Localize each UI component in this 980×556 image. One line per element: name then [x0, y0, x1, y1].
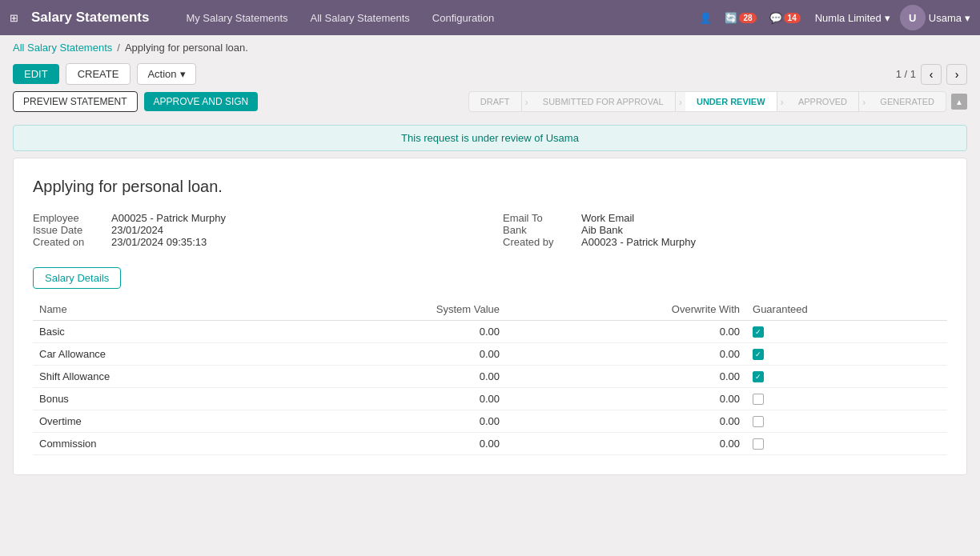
action-label: Action — [147, 68, 176, 80]
form-row-employee: Employee A00025 - Patrick Murphy — [33, 212, 477, 224]
employee-value: A00025 - Patrick Murphy — [111, 212, 226, 224]
pipeline-steps: DRAFT › SUBMITTED FOR APPROVAL › UNDER R… — [264, 91, 967, 112]
table-row: Bonus 0.00 0.00 — [33, 388, 947, 410]
guaranteed-checkbox-checked[interactable]: ✓ — [753, 326, 764, 338]
bank-label: Bank — [503, 224, 575, 236]
messages-btn[interactable]: 💬 14 — [765, 9, 805, 27]
company-chevron: ▾ — [885, 12, 890, 24]
table-header: Name System Value Overwrite With Guarant… — [33, 298, 947, 321]
cell-name: Shift Allowance — [33, 366, 280, 388]
salary-details-tab[interactable]: Salary Details — [33, 267, 121, 289]
grid-icon[interactable]: ⊞ — [10, 12, 18, 24]
issue-date-label: Issue Date — [33, 224, 105, 236]
document-form: Employee A00025 - Patrick Murphy Issue D… — [33, 212, 947, 248]
pagination-prev[interactable]: ‹ — [921, 64, 942, 85]
user-icon-btn[interactable]: 👤 — [694, 9, 717, 27]
review-banner: This request is under review of Usama — [13, 125, 967, 151]
salary-table: Name System Value Overwrite With Guarant… — [33, 298, 947, 455]
pagination: 1 / 1 ‹ › — [896, 64, 967, 85]
nav-right: 👤 🔄 28 💬 14 Numla Limited ▾ U Usama ▾ — [694, 5, 970, 30]
cell-overwrite: 0.00 — [506, 388, 746, 410]
action-button[interactable]: Action ▾ — [137, 63, 195, 85]
nav-all-salary[interactable]: All Salary Statements — [299, 0, 421, 35]
actions-pipeline-row: PREVIEW STATEMENT APPROVE AND SIGN DRAFT… — [0, 91, 980, 118]
top-nav-links: My Salary Statements All Salary Statemen… — [175, 0, 688, 35]
cell-name: Overtime — [33, 410, 280, 433]
preview-statement-button[interactable]: PREVIEW STATEMENT — [13, 91, 138, 112]
create-button[interactable]: CREATE — [66, 63, 131, 85]
nav-config[interactable]: Configuration — [421, 0, 505, 35]
guaranteed-checkbox-checked[interactable]: ✓ — [753, 371, 764, 382]
cell-guaranteed — [746, 410, 947, 433]
action-chevron: ▾ — [180, 68, 186, 80]
cell-guaranteed — [746, 388, 947, 410]
cell-guaranteed — [746, 433, 947, 455]
nav-my-salary[interactable]: My Salary Statements — [175, 0, 299, 35]
activity-btn[interactable]: 🔄 28 — [720, 9, 761, 27]
avatar-initial: U — [909, 12, 916, 24]
cell-name: Car Allowance — [33, 343, 280, 366]
table-row: Commission 0.00 0.00 — [33, 433, 947, 455]
cell-system-value: 0.00 — [280, 388, 506, 410]
created-on-label: Created on — [33, 236, 105, 248]
pagination-next[interactable]: › — [946, 64, 967, 85]
main-content: Applying for personal loan. Employee A00… — [13, 158, 967, 475]
email-to-value: Work Email — [581, 212, 634, 224]
form-row-created-on: Created on 23/01/2024 09:35:13 — [33, 236, 477, 248]
step-draft[interactable]: DRAFT — [469, 92, 522, 111]
cell-overwrite: 0.00 — [506, 321, 746, 343]
guaranteed-checkbox-unchecked[interactable] — [753, 394, 764, 405]
pipeline-container: DRAFT › SUBMITTED FOR APPROVAL › UNDER R… — [468, 91, 946, 112]
cell-system-value: 0.00 — [280, 321, 506, 343]
activity-badge: 28 — [739, 13, 756, 23]
salary-details-section: Salary Details Name System Value Overwri… — [33, 267, 947, 455]
user-name[interactable]: Usama — [929, 12, 962, 24]
guaranteed-checkbox-checked[interactable]: ✓ — [753, 349, 764, 360]
step-arrow-2: › — [676, 96, 685, 108]
collapse-icon: ▲ — [955, 98, 963, 106]
step-approved[interactable]: APPROVED — [787, 92, 859, 111]
company-selector[interactable]: Numla Limited ▾ — [809, 9, 897, 27]
cell-system-value: 0.00 — [280, 433, 506, 455]
created-on-value: 23/01/2024 09:35:13 — [111, 236, 207, 248]
form-row-created-by: Created by A00023 - Patrick Murphy — [503, 236, 947, 248]
step-arrow-1: › — [522, 96, 532, 108]
created-by-value: A00023 - Patrick Murphy — [581, 236, 696, 248]
user-avatar[interactable]: U — [900, 5, 926, 30]
form-row-email-to: Email To Work Email — [503, 212, 947, 224]
col-header-guaranteed: Guaranteed — [746, 298, 947, 321]
col-header-system-value: System Value — [280, 298, 506, 321]
guaranteed-checkbox-unchecked[interactable] — [753, 438, 764, 450]
company-name: Numla Limited — [815, 12, 882, 24]
step-generated[interactable]: GENERATED — [869, 92, 946, 111]
guaranteed-checkbox-unchecked[interactable] — [753, 416, 764, 427]
cell-name: Commission — [33, 433, 280, 455]
step-arrow-4: › — [859, 96, 869, 108]
breadcrumb: All Salary Statements / Applying for per… — [0, 35, 980, 60]
cell-guaranteed: ✓ — [746, 366, 947, 388]
pipeline-collapse-btn[interactable]: ▲ — [951, 94, 967, 110]
form-left: Employee A00025 - Patrick Murphy Issue D… — [33, 212, 477, 248]
cell-name: Basic — [33, 321, 280, 343]
col-header-overwrite: Overwrite With — [506, 298, 746, 321]
edit-button[interactable]: EDIT — [13, 64, 59, 84]
form-row-issue-date: Issue Date 23/01/2024 — [33, 224, 477, 236]
cell-overwrite: 0.00 — [506, 366, 746, 388]
review-banner-text: This request is under review of Usama — [401, 132, 579, 144]
step-under-review[interactable]: UNDER REVIEW — [685, 92, 777, 111]
cell-name: Bonus — [33, 388, 280, 410]
cell-overwrite: 0.00 — [506, 433, 746, 455]
bank-value: Aib Bank — [581, 224, 623, 236]
cell-overwrite: 0.00 — [506, 410, 746, 433]
breadcrumb-separator: / — [117, 42, 120, 54]
cell-system-value: 0.00 — [280, 410, 506, 433]
table-body: Basic 0.00 0.00 ✓ Car Allowance 0.00 0.0… — [33, 321, 947, 455]
approve-sign-button[interactable]: APPROVE AND SIGN — [144, 92, 259, 111]
step-submitted[interactable]: SUBMITTED FOR APPROVAL — [532, 92, 676, 111]
pagination-count: 1 / 1 — [896, 68, 916, 80]
table-row: Shift Allowance 0.00 0.00 ✓ — [33, 366, 947, 388]
breadcrumb-parent[interactable]: All Salary Statements — [13, 42, 112, 54]
created-by-label: Created by — [503, 236, 575, 248]
form-right: Email To Work Email Bank Aib Bank Create… — [503, 212, 947, 248]
form-row-bank: Bank Aib Bank — [503, 224, 947, 236]
